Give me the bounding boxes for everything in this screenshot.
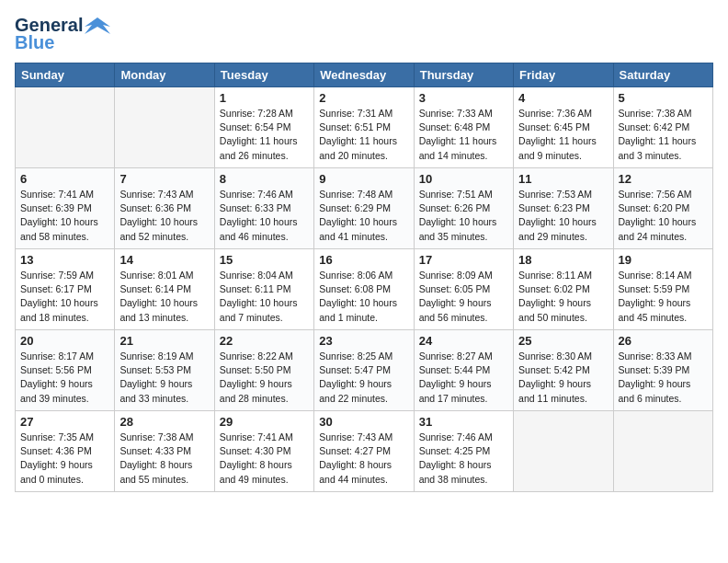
day-number: 14 xyxy=(119,253,209,267)
svg-marker-0 xyxy=(85,17,110,34)
calendar-cell: 7Sunrise: 7:43 AMSunset: 6:36 PMDaylight… xyxy=(115,168,214,249)
day-number: 29 xyxy=(220,415,309,429)
day-info: Sunrise: 8:30 AMSunset: 5:42 PMDaylight:… xyxy=(518,350,608,406)
day-number: 31 xyxy=(419,415,508,429)
calendar-cell: 11Sunrise: 7:53 AMSunset: 6:23 PMDayligh… xyxy=(514,168,613,249)
weekday-header-monday: Monday xyxy=(115,63,214,87)
day-number: 1 xyxy=(220,91,309,105)
calendar-cell: 24Sunrise: 8:27 AMSunset: 5:44 PMDayligh… xyxy=(414,330,513,411)
calendar-cell: 12Sunrise: 7:56 AMSunset: 6:20 PMDayligh… xyxy=(613,168,712,249)
weekday-header-saturday: Saturday xyxy=(613,63,712,87)
calendar-cell: 6Sunrise: 7:41 AMSunset: 6:39 PMDaylight… xyxy=(16,168,115,249)
calendar-table: SundayMondayTuesdayWednesdayThursdayFrid… xyxy=(15,63,713,492)
calendar-cell: 28Sunrise: 7:38 AMSunset: 4:33 PMDayligh… xyxy=(115,411,214,492)
logo-bird-icon xyxy=(85,16,110,36)
calendar-cell xyxy=(16,87,115,168)
calendar-cell: 22Sunrise: 8:22 AMSunset: 5:50 PMDayligh… xyxy=(214,330,313,411)
calendar-cell: 19Sunrise: 8:14 AMSunset: 5:59 PMDayligh… xyxy=(613,249,712,330)
calendar-cell: 2Sunrise: 7:31 AMSunset: 6:51 PMDaylight… xyxy=(314,87,414,168)
calendar-cell xyxy=(613,411,712,492)
calendar-cell: 14Sunrise: 8:01 AMSunset: 6:14 PMDayligh… xyxy=(115,249,214,330)
calendar-cell: 1Sunrise: 7:28 AMSunset: 6:54 PMDaylight… xyxy=(214,87,313,168)
logo-blue-text: Blue xyxy=(15,32,54,53)
weekday-header-thursday: Thursday xyxy=(414,63,513,87)
day-info: Sunrise: 8:27 AMSunset: 5:44 PMDaylight:… xyxy=(419,350,508,406)
day-info: Sunrise: 8:06 AMSunset: 6:08 PMDaylight:… xyxy=(319,269,408,325)
day-number: 7 xyxy=(119,172,209,186)
day-number: 10 xyxy=(419,172,508,186)
day-info: Sunrise: 7:48 AMSunset: 6:29 PMDaylight:… xyxy=(319,188,408,244)
calendar-cell: 20Sunrise: 8:17 AMSunset: 5:56 PMDayligh… xyxy=(16,330,115,411)
calendar-cell: 27Sunrise: 7:35 AMSunset: 4:36 PMDayligh… xyxy=(16,411,115,492)
day-info: Sunrise: 7:46 AMSunset: 4:25 PMDaylight:… xyxy=(419,431,508,487)
day-info: Sunrise: 7:43 AMSunset: 6:36 PMDaylight:… xyxy=(119,188,209,244)
day-info: Sunrise: 7:59 AMSunset: 6:17 PMDaylight:… xyxy=(20,269,109,325)
day-info: Sunrise: 8:25 AMSunset: 5:47 PMDaylight:… xyxy=(319,350,408,406)
day-number: 16 xyxy=(319,253,408,267)
day-number: 12 xyxy=(619,172,708,186)
day-number: 19 xyxy=(619,253,708,267)
day-number: 30 xyxy=(319,415,408,429)
calendar-cell: 5Sunrise: 7:38 AMSunset: 6:42 PMDaylight… xyxy=(613,87,712,168)
day-info: Sunrise: 7:43 AMSunset: 4:27 PMDaylight:… xyxy=(319,431,408,487)
weekday-header-friday: Friday xyxy=(514,63,613,87)
day-number: 4 xyxy=(518,91,608,105)
calendar-cell: 25Sunrise: 8:30 AMSunset: 5:42 PMDayligh… xyxy=(514,330,613,411)
day-info: Sunrise: 8:01 AMSunset: 6:14 PMDaylight:… xyxy=(119,269,209,325)
day-info: Sunrise: 8:14 AMSunset: 5:59 PMDaylight:… xyxy=(619,269,708,325)
day-number: 20 xyxy=(20,334,109,348)
page-header: General Blue xyxy=(15,15,713,53)
calendar-cell: 13Sunrise: 7:59 AMSunset: 6:17 PMDayligh… xyxy=(16,249,115,330)
day-info: Sunrise: 7:31 AMSunset: 6:51 PMDaylight:… xyxy=(319,107,408,163)
weekday-header-tuesday: Tuesday xyxy=(214,63,313,87)
day-info: Sunrise: 7:35 AMSunset: 4:36 PMDaylight:… xyxy=(20,431,109,487)
calendar-cell: 10Sunrise: 7:51 AMSunset: 6:26 PMDayligh… xyxy=(414,168,513,249)
day-info: Sunrise: 7:41 AMSunset: 6:39 PMDaylight:… xyxy=(20,188,109,244)
day-number: 2 xyxy=(319,91,408,105)
day-info: Sunrise: 7:51 AMSunset: 6:26 PMDaylight:… xyxy=(419,188,508,244)
day-info: Sunrise: 8:04 AMSunset: 6:11 PMDaylight:… xyxy=(220,269,309,325)
calendar-cell: 4Sunrise: 7:36 AMSunset: 6:45 PMDaylight… xyxy=(514,87,613,168)
day-info: Sunrise: 7:56 AMSunset: 6:20 PMDaylight:… xyxy=(619,188,708,244)
calendar-cell: 17Sunrise: 8:09 AMSunset: 6:05 PMDayligh… xyxy=(414,249,513,330)
weekday-header-sunday: Sunday xyxy=(16,63,115,87)
day-number: 8 xyxy=(220,172,309,186)
day-info: Sunrise: 8:17 AMSunset: 5:56 PMDaylight:… xyxy=(20,350,109,406)
day-number: 15 xyxy=(220,253,309,267)
day-info: Sunrise: 7:46 AMSunset: 6:33 PMDaylight:… xyxy=(220,188,309,244)
calendar-cell: 23Sunrise: 8:25 AMSunset: 5:47 PMDayligh… xyxy=(314,330,414,411)
calendar-cell: 21Sunrise: 8:19 AMSunset: 5:53 PMDayligh… xyxy=(115,330,214,411)
calendar-cell: 29Sunrise: 7:41 AMSunset: 4:30 PMDayligh… xyxy=(214,411,313,492)
calendar-cell: 15Sunrise: 8:04 AMSunset: 6:11 PMDayligh… xyxy=(214,249,313,330)
day-number: 13 xyxy=(20,253,109,267)
calendar-cell xyxy=(514,411,613,492)
day-info: Sunrise: 7:28 AMSunset: 6:54 PMDaylight:… xyxy=(220,107,309,163)
day-number: 11 xyxy=(518,172,608,186)
calendar-cell: 3Sunrise: 7:33 AMSunset: 6:48 PMDaylight… xyxy=(414,87,513,168)
day-number: 5 xyxy=(619,91,708,105)
day-info: Sunrise: 8:22 AMSunset: 5:50 PMDaylight:… xyxy=(220,350,309,406)
day-number: 27 xyxy=(20,415,109,429)
day-number: 26 xyxy=(619,334,708,348)
logo: General Blue xyxy=(15,15,110,53)
day-info: Sunrise: 7:53 AMSunset: 6:23 PMDaylight:… xyxy=(518,188,608,244)
calendar-cell: 26Sunrise: 8:33 AMSunset: 5:39 PMDayligh… xyxy=(613,330,712,411)
day-number: 9 xyxy=(319,172,408,186)
day-number: 21 xyxy=(119,334,209,348)
day-info: Sunrise: 7:36 AMSunset: 6:45 PMDaylight:… xyxy=(518,107,608,163)
calendar-cell: 9Sunrise: 7:48 AMSunset: 6:29 PMDaylight… xyxy=(314,168,414,249)
day-number: 18 xyxy=(518,253,608,267)
day-info: Sunrise: 7:38 AMSunset: 6:42 PMDaylight:… xyxy=(619,107,708,163)
calendar-cell xyxy=(115,87,214,168)
day-number: 25 xyxy=(518,334,608,348)
day-info: Sunrise: 8:19 AMSunset: 5:53 PMDaylight:… xyxy=(119,350,209,406)
day-number: 24 xyxy=(419,334,508,348)
day-info: Sunrise: 8:11 AMSunset: 6:02 PMDaylight:… xyxy=(518,269,608,325)
calendar-cell: 30Sunrise: 7:43 AMSunset: 4:27 PMDayligh… xyxy=(314,411,414,492)
calendar-cell: 16Sunrise: 8:06 AMSunset: 6:08 PMDayligh… xyxy=(314,249,414,330)
day-info: Sunrise: 8:09 AMSunset: 6:05 PMDaylight:… xyxy=(419,269,508,325)
day-number: 3 xyxy=(419,91,508,105)
day-info: Sunrise: 8:33 AMSunset: 5:39 PMDaylight:… xyxy=(619,350,708,406)
day-number: 28 xyxy=(119,415,209,429)
day-number: 17 xyxy=(419,253,508,267)
